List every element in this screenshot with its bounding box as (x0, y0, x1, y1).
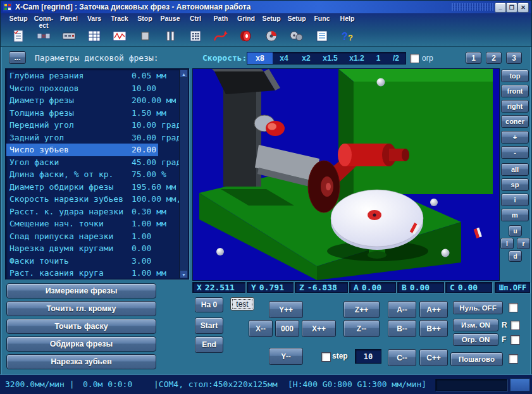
operation-button[interactable]: Точить гл. кромку (6, 301, 156, 316)
zoom-button[interactable]: + (501, 131, 529, 144)
toolbar-button-help[interactable]: Help ?? (335, 13, 360, 46)
pan-up-button[interactable]: u (509, 225, 522, 237)
toolbar-button-setup-wheel[interactable]: Setup (259, 13, 284, 46)
titlebar-texture (452, 3, 493, 11)
params-menu-button[interactable]: ... (9, 51, 26, 64)
zero-all-button[interactable]: 000 (275, 320, 299, 337)
operation-button[interactable]: Измерение фрезы (6, 283, 156, 299)
minimize-button[interactable]: _ (495, 3, 506, 13)
speed-option[interactable]: x1.2 (343, 52, 370, 64)
z-minus-button[interactable]: Z-- (343, 320, 380, 337)
step-mode-button[interactable]: Пошагово (450, 352, 503, 366)
step-value-display[interactable]: 10 (355, 349, 381, 364)
b-minus-button[interactable]: B-- (388, 320, 416, 337)
display-mode-button[interactable]: i (501, 194, 529, 206)
display-mode-button[interactable]: m (501, 209, 529, 221)
parameter-row[interactable]: Угол фаски 45.00 град (6, 156, 180, 169)
view-button[interactable]: front (501, 85, 529, 97)
test-button[interactable]: test (230, 297, 254, 311)
parameter-row[interactable]: Задний угол 30.00 град (6, 132, 180, 144)
parameter-row[interactable]: Смещение нач. точки 1.00 мм (6, 218, 180, 230)
limit-checkbox[interactable] (510, 335, 520, 345)
scroll-up-icon[interactable]: ▲ (180, 70, 188, 78)
parameter-row[interactable]: Передний угол 10.00 град (6, 119, 180, 132)
parameter-row[interactable]: Скорость нарезки зубьев 100.00 мм, (6, 193, 180, 206)
a-plus-button[interactable]: A++ (419, 301, 448, 318)
parameter-row[interactable]: Раст. касания круга 1.00 мм (6, 267, 180, 278)
null-toggle-button[interactable]: Нуль. OFF (453, 301, 503, 314)
x-minus-button[interactable]: X-- (249, 320, 273, 337)
go-to-zero-button[interactable]: На 0 (195, 297, 223, 312)
parameter-row[interactable]: Расст. к. удара нарезки 0.30 мм (6, 206, 180, 218)
close-button[interactable]: ✕ (517, 3, 529, 13)
end-button[interactable]: End (195, 336, 223, 353)
speed-option[interactable]: x1.5 (317, 52, 343, 64)
toolbar-button-pause[interactable]: Pause (158, 13, 183, 46)
toolbar-button-panel[interactable]: Panel (56, 13, 82, 46)
operation-button[interactable]: Нарезка зубьев (6, 354, 156, 369)
parameter-row[interactable]: Глубина резания 0.05 мм (6, 70, 180, 82)
parameter-row[interactable]: Число проходов 10.00 (6, 82, 180, 95)
scroll-track[interactable] (180, 78, 188, 270)
parameter-row[interactable]: Длина фаски, % от кр. 75.00 % (6, 168, 180, 181)
parameter-row[interactable]: Спад припуска нарезки 1.00 (6, 230, 180, 243)
operation-button[interactable]: Обдирка фрезы (6, 336, 156, 352)
parameter-name: Раст. касания круга (6, 267, 132, 278)
measure-checkbox[interactable] (510, 321, 520, 330)
y-minus-button[interactable]: Y-- (269, 348, 303, 365)
view-button[interactable]: right (501, 100, 529, 113)
parameter-row[interactable]: Диаметр обдирки фрезы 195.60 мм (6, 181, 180, 194)
preset-button[interactable]: 1 (466, 52, 481, 64)
speed-option[interactable]: x4 (273, 52, 295, 64)
pan-right-button[interactable]: r (517, 238, 530, 249)
toolbar-button-track[interactable]: Track (107, 13, 132, 46)
preset-button[interactable]: 3 (506, 52, 522, 64)
parameter-row[interactable]: Нарезка двумя кругами 0.00 (6, 242, 180, 255)
view-button[interactable]: top (501, 70, 529, 82)
toolbar-button-ctrl[interactable]: Ctrl (183, 13, 208, 46)
parameter-row[interactable]: Толщина фрезы 1.50 мм (6, 107, 180, 120)
parameter-row[interactable]: Число зубьев 20.00 (6, 144, 180, 156)
start-button[interactable]: Start (195, 317, 223, 334)
speed-option[interactable]: x2 (295, 52, 317, 64)
toolbar-button-vars[interactable]: Vars (82, 13, 107, 46)
zoom-button[interactable]: - (501, 146, 529, 159)
toolbar-button-setup[interactable]: Setup (6, 13, 31, 46)
step-checkbox[interactable] (321, 352, 331, 362)
b-plus-button[interactable]: B++ (419, 320, 448, 337)
viewport-3d[interactable] (192, 68, 500, 281)
display-mode-button[interactable]: all (501, 163, 529, 176)
toolbar-button-path[interactable]: Path (208, 13, 233, 46)
speed-limit-checkbox[interactable] (410, 54, 419, 63)
null-checkbox[interactable] (509, 303, 518, 312)
step-mode-checkbox[interactable] (509, 354, 518, 364)
toolbar-button-stop[interactable]: Stop (132, 13, 158, 46)
toolbar-button-func[interactable]: Func (309, 13, 335, 46)
a-minus-button[interactable]: A-- (388, 301, 416, 318)
limit-toggle-button[interactable]: Огр. ON (453, 333, 498, 346)
pan-down-button[interactable]: d (509, 250, 522, 262)
parameter-row[interactable]: Диаметр фрезы 200.00 мм (6, 94, 180, 107)
preset-button[interactable]: 2 (486, 52, 502, 64)
z-plus-button[interactable]: Z++ (343, 301, 380, 318)
c-plus-button[interactable]: C++ (419, 349, 448, 366)
c-minus-button[interactable]: C-- (388, 349, 416, 366)
operation-button[interactable]: Точить фаску (6, 319, 156, 334)
display-mode-button[interactable]: sp (501, 178, 529, 191)
speed-option[interactable]: x8 (247, 52, 273, 64)
toolbar-button-grind[interactable]: Grind (233, 13, 259, 46)
toolbar-button-setup-wheels[interactable]: Setup (284, 13, 309, 46)
y-plus-button[interactable]: Y++ (269, 301, 303, 318)
grind-wheel-icon (238, 30, 254, 42)
toolbar-button-connect[interactable]: Conn-ect (31, 13, 56, 46)
pan-left-button[interactable]: l (500, 238, 514, 249)
scrollbar[interactable]: ▲ ▼ (179, 70, 188, 278)
speed-option[interactable]: 1 (370, 52, 387, 64)
speed-option[interactable]: /2 (387, 52, 405, 64)
parameter-row[interactable]: Фаски точить 3.00 (6, 255, 180, 268)
scroll-down-icon[interactable]: ▼ (180, 270, 188, 278)
measure-toggle-button[interactable]: Изм. ON (453, 319, 498, 331)
maximize-button[interactable]: ❐ (506, 3, 517, 13)
view-button[interactable]: coner (501, 115, 529, 128)
x-plus-button[interactable]: X++ (302, 320, 336, 337)
